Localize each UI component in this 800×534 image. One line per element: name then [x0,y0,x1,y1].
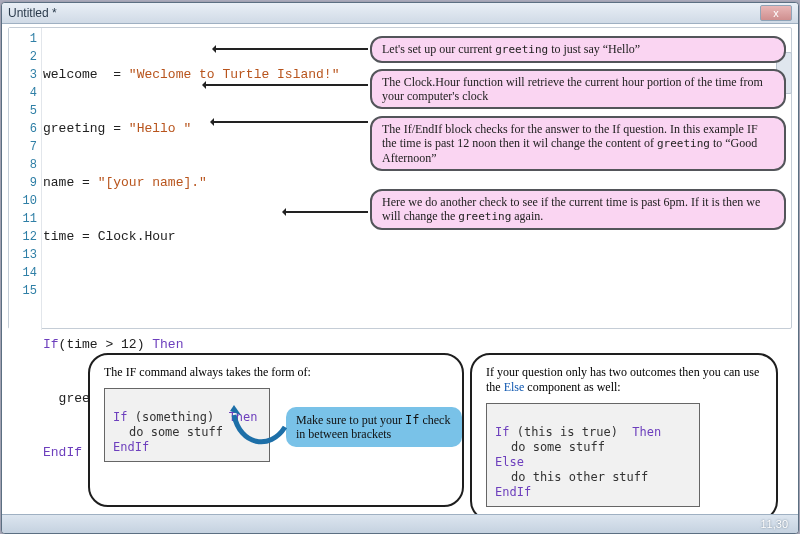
window-controls: x [760,5,792,21]
infobox-if-form: The IF command always takes the form of:… [88,353,464,507]
annotation-ifendif: The If/EndIf block checks for the answer… [370,116,786,171]
app-window: Untitled * x 123456789101112131415 welco… [1,2,799,534]
window-title: Untitled * [8,6,57,20]
annotation-greeting: Let's set up our current greeting to jus… [370,36,786,63]
code-example-else: If (this is true) Then do some stuff Els… [486,403,700,507]
sticky-note-brackets: Make sure to put your If check in betwee… [286,407,462,447]
arrow-icon [212,121,368,123]
infobox-title: If your question only has two outcomes t… [486,365,762,395]
infobox-else: If your question only has two outcomes t… [470,353,778,521]
annotation-evening: Here we do another check to see if the c… [370,189,786,230]
status-bar: 11,30 [2,514,798,533]
arrow-icon [204,84,368,86]
arrow-icon [284,211,368,213]
infobox-title: The IF command always takes the form of: [104,365,448,380]
annotation-clock: The Clock.Hour function will retrieve th… [370,69,786,109]
arrow-icon [214,48,368,50]
cursor-position: 11,30 [760,518,788,530]
code-example-if: If (something) Then do some stuff EndIf [104,388,270,462]
title-bar[interactable]: Untitled * x [2,3,798,24]
close-button[interactable]: x [760,5,792,21]
line-gutter: 123456789101112131415 [9,28,42,330]
